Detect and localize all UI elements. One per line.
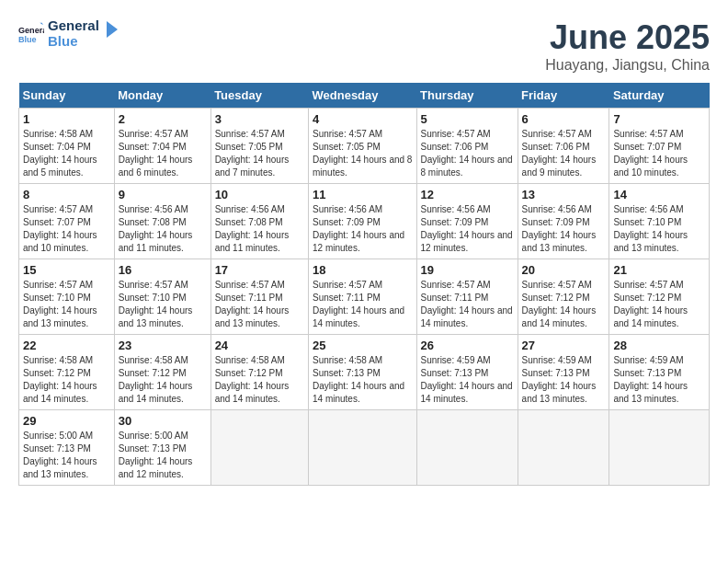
calendar-cell: 6 Sunrise: 4:57 AM Sunset: 7:06 PM Dayli… [518, 109, 609, 184]
weekday-header: Saturday [609, 83, 710, 109]
day-number: 11 [313, 188, 413, 201]
calendar-cell: 18 Sunrise: 4:57 AM Sunset: 7:11 PM Dayl… [309, 259, 417, 335]
calendar-table: SundayMondayTuesdayWednesdayThursdayFrid… [18, 83, 710, 486]
day-number: 1 [23, 112, 110, 126]
logo: General Blue General Blue [18, 18, 119, 49]
day-number: 24 [215, 339, 304, 352]
calendar-cell: 29 Sunrise: 5:00 AM Sunset: 7:13 PM Dayl… [19, 410, 115, 486]
day-info: Sunrise: 4:58 AM Sunset: 7:13 PM Dayligh… [313, 354, 413, 406]
calendar-cell: 1 Sunrise: 4:58 AM Sunset: 7:04 PM Dayli… [19, 109, 115, 184]
day-number: 18 [313, 263, 413, 277]
day-number: 2 [119, 112, 207, 126]
day-info: Sunrise: 4:57 AM Sunset: 7:06 PM Dayligh… [421, 128, 514, 179]
day-number: 16 [119, 263, 207, 277]
day-number: 10 [215, 188, 304, 201]
day-number: 30 [119, 414, 207, 428]
calendar-cell: 5 Sunrise: 4:57 AM Sunset: 7:06 PM Dayli… [416, 109, 518, 184]
day-info: Sunrise: 4:57 AM Sunset: 7:04 PM Dayligh… [119, 128, 207, 179]
calendar-cell: 21 Sunrise: 4:57 AM Sunset: 7:12 PM Dayl… [609, 259, 710, 335]
day-info: Sunrise: 4:57 AM Sunset: 7:12 PM Dayligh… [522, 279, 606, 330]
calendar-cell: 9 Sunrise: 4:56 AM Sunset: 7:08 PM Dayli… [114, 184, 210, 259]
weekday-header: Thursday [416, 83, 518, 109]
weekday-header: Wednesday [309, 83, 417, 109]
calendar-cell: 27 Sunrise: 4:59 AM Sunset: 7:13 PM Dayl… [518, 335, 609, 410]
day-info: Sunrise: 4:59 AM Sunset: 7:13 PM Dayligh… [613, 354, 705, 406]
calendar-cell: 14 Sunrise: 4:56 AM Sunset: 7:10 PM Dayl… [609, 184, 710, 259]
day-info: Sunrise: 4:56 AM Sunset: 7:08 PM Dayligh… [119, 203, 207, 255]
day-number: 5 [421, 112, 514, 126]
day-number: 26 [421, 339, 514, 352]
day-number: 28 [613, 339, 705, 352]
day-info: Sunrise: 4:56 AM Sunset: 7:09 PM Dayligh… [522, 203, 606, 255]
weekday-header: Sunday [19, 83, 115, 109]
weekday-header: Tuesday [210, 83, 308, 109]
day-info: Sunrise: 4:57 AM Sunset: 7:11 PM Dayligh… [215, 279, 304, 330]
day-info: Sunrise: 5:00 AM Sunset: 7:13 PM Dayligh… [119, 430, 207, 481]
calendar-cell: 30 Sunrise: 5:00 AM Sunset: 7:13 PM Dayl… [114, 410, 210, 486]
day-info: Sunrise: 4:59 AM Sunset: 7:13 PM Dayligh… [522, 354, 606, 406]
day-number: 17 [215, 263, 304, 277]
day-number: 23 [119, 339, 207, 352]
logo-icon: General Blue [18, 21, 44, 47]
day-number: 27 [522, 339, 606, 352]
calendar-cell [518, 410, 609, 486]
day-number: 6 [522, 112, 606, 126]
day-number: 25 [313, 339, 413, 352]
calendar-cell: 24 Sunrise: 4:58 AM Sunset: 7:12 PM Dayl… [210, 335, 308, 410]
calendar-cell: 3 Sunrise: 4:57 AM Sunset: 7:05 PM Dayli… [210, 109, 308, 184]
day-number: 20 [522, 263, 606, 277]
calendar-cell: 13 Sunrise: 4:56 AM Sunset: 7:09 PM Dayl… [518, 184, 609, 259]
day-info: Sunrise: 4:58 AM Sunset: 7:04 PM Dayligh… [23, 128, 110, 179]
day-number: 3 [215, 112, 304, 126]
day-number: 7 [613, 112, 705, 126]
day-number: 9 [119, 188, 207, 201]
day-info: Sunrise: 4:56 AM Sunset: 7:09 PM Dayligh… [421, 203, 514, 255]
calendar-cell: 23 Sunrise: 4:58 AM Sunset: 7:12 PM Dayl… [114, 335, 210, 410]
day-info: Sunrise: 4:58 AM Sunset: 7:12 PM Dayligh… [119, 354, 207, 406]
calendar-cell: 2 Sunrise: 4:57 AM Sunset: 7:04 PM Dayli… [114, 109, 210, 184]
calendar-cell [309, 410, 417, 486]
calendar-cell: 4 Sunrise: 4:57 AM Sunset: 7:05 PM Dayli… [309, 109, 417, 184]
calendar-cell: 12 Sunrise: 4:56 AM Sunset: 7:09 PM Dayl… [416, 184, 518, 259]
day-info: Sunrise: 4:57 AM Sunset: 7:10 PM Dayligh… [119, 279, 207, 330]
day-info: Sunrise: 4:57 AM Sunset: 7:10 PM Dayligh… [23, 279, 110, 330]
day-info: Sunrise: 4:57 AM Sunset: 7:07 PM Dayligh… [23, 203, 110, 255]
logo-arrow-icon [99, 19, 119, 40]
calendar-cell: 22 Sunrise: 4:58 AM Sunset: 7:12 PM Dayl… [19, 335, 115, 410]
svg-text:Blue: Blue [18, 34, 37, 43]
calendar-cell: 26 Sunrise: 4:59 AM Sunset: 7:13 PM Dayl… [416, 335, 518, 410]
day-info: Sunrise: 4:56 AM Sunset: 7:10 PM Dayligh… [613, 203, 705, 255]
weekday-header: Friday [518, 83, 609, 109]
day-number: 14 [613, 188, 705, 201]
day-number: 21 [613, 263, 705, 277]
calendar-cell [609, 410, 710, 486]
day-info: Sunrise: 4:58 AM Sunset: 7:12 PM Dayligh… [23, 354, 110, 406]
calendar-cell: 7 Sunrise: 4:57 AM Sunset: 7:07 PM Dayli… [609, 109, 710, 184]
weekday-header: Monday [114, 83, 210, 109]
day-info: Sunrise: 4:57 AM Sunset: 7:11 PM Dayligh… [421, 279, 514, 330]
calendar-cell: 28 Sunrise: 4:59 AM Sunset: 7:13 PM Dayl… [609, 335, 710, 410]
day-info: Sunrise: 4:57 AM Sunset: 7:06 PM Dayligh… [522, 128, 606, 179]
day-info: Sunrise: 4:56 AM Sunset: 7:09 PM Dayligh… [313, 203, 413, 255]
day-number: 4 [313, 112, 413, 126]
day-info: Sunrise: 4:57 AM Sunset: 7:12 PM Dayligh… [613, 279, 705, 330]
day-info: Sunrise: 4:57 AM Sunset: 7:07 PM Dayligh… [613, 128, 705, 179]
day-number: 29 [23, 414, 110, 428]
logo-blue: Blue [48, 34, 99, 50]
day-info: Sunrise: 4:57 AM Sunset: 7:11 PM Dayligh… [313, 279, 413, 330]
day-number: 13 [522, 188, 606, 201]
calendar-cell: 11 Sunrise: 4:56 AM Sunset: 7:09 PM Dayl… [309, 184, 417, 259]
calendar-cell [416, 410, 518, 486]
calendar-cell: 19 Sunrise: 4:57 AM Sunset: 7:11 PM Dayl… [416, 259, 518, 335]
calendar-cell: 15 Sunrise: 4:57 AM Sunset: 7:10 PM Dayl… [19, 259, 115, 335]
svg-text:General: General [18, 25, 44, 34]
day-number: 19 [421, 263, 514, 277]
day-number: 15 [23, 263, 110, 277]
day-number: 12 [421, 188, 514, 201]
calendar-cell [210, 410, 308, 486]
calendar-subtitle: Huayang, Jiangsu, China [545, 57, 710, 74]
svg-marker-3 [107, 21, 118, 38]
calendar-title: June 2025 [545, 18, 710, 57]
title-area: June 2025 Huayang, Jiangsu, China [545, 18, 710, 74]
day-info: Sunrise: 4:57 AM Sunset: 7:05 PM Dayligh… [215, 128, 304, 179]
